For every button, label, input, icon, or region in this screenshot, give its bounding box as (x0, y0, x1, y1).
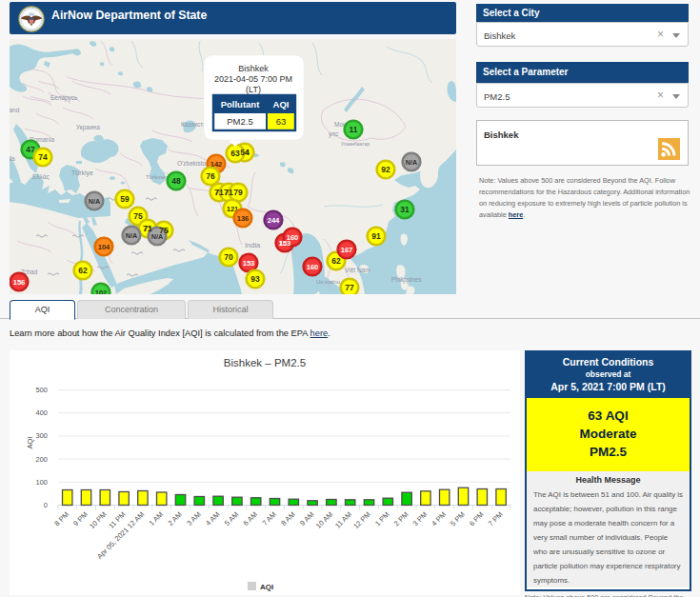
svg-text:1 PM: 1 PM (373, 510, 391, 528)
svg-text:153: 153 (279, 239, 291, 248)
svg-text:Ελλάς: Ελλάς (32, 173, 50, 181)
svg-text:75: 75 (159, 226, 169, 235)
svg-text:63: 63 (230, 149, 240, 158)
svg-text:11 AM: 11 AM (333, 510, 353, 530)
svg-text:Türkiye: Türkiye (71, 169, 93, 177)
svg-text:76: 76 (206, 171, 215, 181)
svg-text:71: 71 (214, 188, 224, 197)
svg-text:75: 75 (133, 211, 143, 221)
svg-text:11: 11 (350, 125, 358, 134)
svg-text:10 PM: 10 PM (88, 510, 109, 531)
svg-text:62: 62 (331, 256, 341, 266)
svg-text:244: 244 (268, 216, 280, 225)
svg-text:70: 70 (224, 252, 233, 262)
svg-text:7 AM: 7 AM (260, 510, 277, 527)
svg-text:2021-04-05 7:00 PM: 2021-04-05 7:00 PM (214, 74, 292, 84)
svg-text:136: 136 (237, 214, 250, 223)
svg-text:1 AM: 1 AM (148, 510, 165, 527)
svg-text:N/A: N/A (406, 158, 417, 167)
svg-text:153: 153 (243, 259, 255, 268)
svg-text:54: 54 (240, 148, 250, 157)
svg-text:62: 62 (78, 266, 88, 275)
svg-text:160: 160 (307, 263, 319, 271)
svg-text:48: 48 (171, 176, 181, 186)
svg-text:102: 102 (95, 289, 108, 294)
svg-text:улс: улс (329, 130, 339, 138)
svg-text:6 PM: 6 PM (468, 510, 486, 528)
svg-text:93: 93 (250, 274, 260, 284)
svg-text:6 AM: 6 AM (242, 510, 259, 527)
svg-text:3 AM: 3 AM (185, 510, 202, 527)
svg-text:Us:inalnu: Us:inalnu (316, 279, 340, 285)
svg-text:500: 500 (35, 386, 48, 394)
svg-text:79: 79 (233, 188, 243, 197)
svg-text:Pollutant: Pollutant (221, 99, 260, 109)
svg-text:N/A: N/A (89, 197, 100, 206)
svg-text:Italia: Italia (10, 155, 15, 162)
svg-text:167: 167 (341, 246, 353, 254)
svg-text:Bishkek – PM2.5: Bishkek – PM2.5 (224, 357, 306, 368)
svg-text:India: India (245, 241, 261, 249)
svg-text:12 PM: 12 PM (351, 510, 372, 531)
svg-text:9 PM: 9 PM (71, 510, 90, 528)
svg-text:Улаанбаатар: Улаанбаатар (341, 141, 370, 147)
svg-text:Беларусь: Беларусь (50, 94, 78, 102)
svg-text:31: 31 (400, 205, 410, 214)
svg-text:2 PM: 2 PM (392, 510, 410, 528)
svg-text:4 PM: 4 PM (430, 510, 448, 528)
svg-text:PM2.5: PM2.5 (227, 116, 252, 127)
svg-text:200: 200 (35, 455, 48, 464)
svg-text:9 AM: 9 AM (298, 510, 315, 527)
svg-text:N/A: N/A (126, 231, 137, 240)
svg-text:5 PM: 5 PM (449, 510, 467, 528)
svg-text:Philippines: Philippines (391, 276, 422, 284)
svg-text:77: 77 (345, 283, 354, 292)
svg-text:156: 156 (13, 278, 26, 287)
svg-text:AQI: AQI (260, 583, 273, 591)
svg-text:10 AM: 10 AM (314, 510, 334, 530)
svg-text:8 PM: 8 PM (52, 510, 70, 528)
svg-text:91: 91 (371, 231, 381, 241)
svg-text:(LT): (LT) (246, 85, 261, 94)
svg-text:300: 300 (35, 431, 48, 440)
svg-text:59: 59 (120, 194, 130, 204)
svg-text:4 AM: 4 AM (204, 510, 221, 527)
svg-text:land: land (10, 107, 20, 113)
svg-text:71: 71 (143, 224, 152, 233)
svg-text:8 AM: 8 AM (279, 510, 296, 527)
svg-text:63: 63 (276, 116, 287, 127)
svg-text:Việt Nam: Việt Nam (345, 267, 370, 273)
svg-text:400: 400 (35, 408, 48, 417)
svg-text:O'zbekiston: O'zbekiston (177, 160, 210, 167)
svg-text:2 AM: 2 AM (166, 510, 183, 527)
svg-text:7 PM: 7 PM (487, 510, 505, 528)
svg-text:92: 92 (381, 165, 390, 174)
svg-text:5 AM: 5 AM (223, 510, 240, 527)
svg-text:3 PM: 3 PM (411, 510, 430, 528)
svg-text:0: 0 (44, 501, 48, 509)
svg-text:Bishkek: Bishkek (238, 64, 269, 73)
svg-text:74: 74 (38, 152, 48, 162)
svg-text:71: 71 (224, 188, 233, 197)
svg-text:Украина: Украина (76, 124, 100, 131)
svg-text:AQI: AQI (273, 99, 290, 109)
svg-text:104: 104 (98, 243, 110, 251)
svg-text:AQI: AQI (26, 437, 34, 449)
svg-text:100: 100 (35, 478, 48, 487)
